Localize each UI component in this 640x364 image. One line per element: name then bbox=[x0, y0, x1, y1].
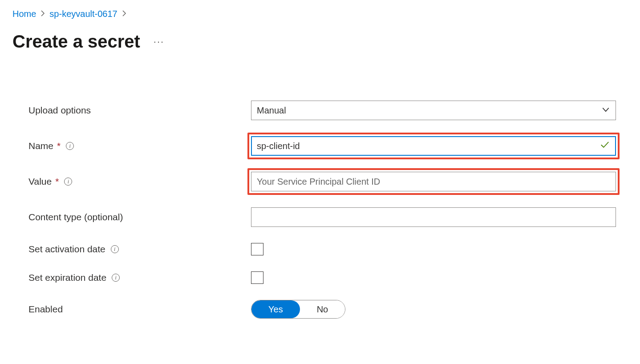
chevron-right-icon bbox=[41, 10, 45, 18]
row-upload-options: Upload options Manual bbox=[28, 101, 628, 120]
row-content-type: Content type (optional) bbox=[28, 207, 628, 227]
upload-options-value: Manual bbox=[257, 105, 286, 116]
enabled-no-option[interactable]: No bbox=[300, 300, 345, 318]
expiration-date-checkbox[interactable] bbox=[251, 271, 263, 284]
value-highlight bbox=[247, 168, 620, 195]
chevron-down-icon bbox=[601, 105, 610, 116]
value-input[interactable] bbox=[251, 172, 616, 191]
info-icon[interactable]: i bbox=[111, 245, 119, 253]
content-type-label: Content type (optional) bbox=[28, 212, 123, 222]
content-type-input[interactable] bbox=[251, 207, 616, 227]
breadcrumb-resource[interactable]: sp-keyvault-0617 bbox=[49, 9, 117, 19]
upload-options-select[interactable]: Manual bbox=[251, 101, 616, 120]
info-icon[interactable]: i bbox=[66, 142, 74, 150]
enabled-label: Enabled bbox=[28, 304, 63, 315]
row-value: Value * i bbox=[28, 172, 628, 191]
chevron-right-icon bbox=[122, 10, 126, 18]
expiration-date-label: Set expiration date bbox=[28, 272, 106, 283]
more-actions-button[interactable]: ··· bbox=[154, 36, 164, 48]
required-indicator: * bbox=[57, 141, 61, 151]
info-icon[interactable]: i bbox=[112, 274, 120, 282]
breadcrumb: Home sp-keyvault-0617 bbox=[12, 9, 628, 19]
page-title-row: Create a secret ··· bbox=[12, 32, 628, 52]
activation-date-label: Set activation date bbox=[28, 244, 105, 255]
page-title: Create a secret bbox=[12, 32, 140, 52]
name-highlight bbox=[247, 133, 620, 159]
name-input[interactable] bbox=[251, 136, 616, 156]
row-enabled: Enabled Yes No bbox=[28, 300, 628, 319]
create-secret-form: Upload options Manual Name * i bbox=[12, 101, 628, 319]
required-indicator: * bbox=[55, 176, 59, 187]
row-expiration-date: Set expiration date i bbox=[28, 271, 628, 284]
info-icon[interactable]: i bbox=[64, 178, 72, 186]
enabled-yes-option[interactable]: Yes bbox=[251, 300, 300, 318]
name-label: Name bbox=[28, 141, 53, 151]
row-name: Name * i bbox=[28, 136, 628, 156]
enabled-toggle: Yes No bbox=[251, 300, 345, 319]
row-activation-date: Set activation date i bbox=[28, 243, 628, 255]
value-label: Value bbox=[28, 176, 52, 187]
breadcrumb-home[interactable]: Home bbox=[12, 9, 36, 19]
upload-options-label: Upload options bbox=[28, 105, 91, 116]
activation-date-checkbox[interactable] bbox=[251, 243, 263, 255]
